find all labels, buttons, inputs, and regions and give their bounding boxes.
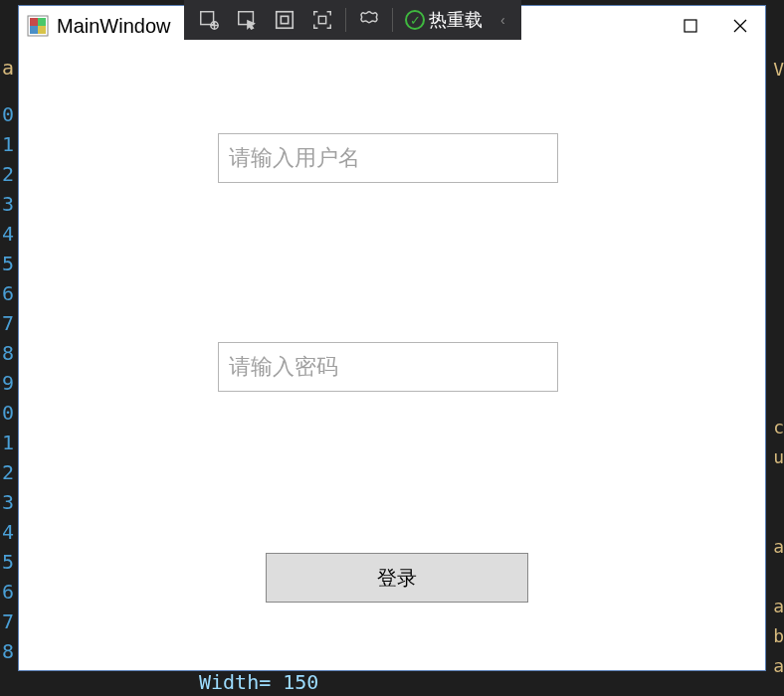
ide-char: [773, 562, 784, 592]
hot-reload-button[interactable]: ✓ 热重载: [397, 8, 490, 32]
window-body: 登录: [19, 46, 765, 670]
debug-toolbar[interactable]: ✓ 热重载 ‹: [184, 0, 521, 40]
ide-char: a: [773, 651, 784, 681]
password-input[interactable]: [218, 342, 558, 392]
ide-char: [773, 383, 784, 413]
line-number: 1: [0, 129, 14, 159]
ide-char: [773, 293, 784, 323]
line-number: 1: [0, 428, 14, 457]
hot-reload-label: 热重载: [429, 8, 483, 32]
chevron-left-icon[interactable]: ‹: [490, 12, 515, 28]
line-number: 5: [0, 249, 14, 278]
svg-rect-4: [38, 26, 46, 34]
line-number: 5: [0, 547, 14, 577]
svg-rect-6: [685, 20, 696, 32]
line-number: 3: [0, 189, 14, 219]
line-number: 8: [0, 338, 14, 368]
ide-char: [773, 204, 784, 234]
select-element-icon[interactable]: [228, 2, 266, 38]
line-number-gutter: 0123456789012345678: [0, 99, 14, 666]
line-number: 0: [0, 99, 14, 129]
line-number: 7: [0, 607, 14, 636]
layout-adorners-icon[interactable]: [266, 2, 303, 38]
ide-char: [773, 502, 784, 532]
ide-char: [773, 114, 784, 144]
settings-icon[interactable]: [350, 2, 388, 38]
svg-rect-2: [38, 18, 46, 26]
main-window: MainWindow 登录: [18, 5, 766, 671]
ide-char: [773, 85, 784, 114]
svg-rect-3: [30, 26, 38, 34]
ide-char: u: [773, 442, 784, 472]
ide-char: [773, 174, 784, 204]
svg-rect-14: [277, 12, 294, 29]
ide-char: [773, 234, 784, 263]
maximize-button[interactable]: [666, 6, 715, 46]
svg-rect-1: [30, 18, 38, 26]
ide-char: [773, 144, 784, 174]
ide-char: [773, 323, 784, 353]
ide-right-chars: V cu a aba: [773, 55, 784, 681]
ide-char: [773, 472, 784, 502]
close-button[interactable]: [715, 6, 765, 46]
svg-rect-15: [281, 16, 288, 23]
line-number: 2: [0, 457, 14, 487]
username-input[interactable]: [218, 133, 558, 183]
track-focus-icon[interactable]: [303, 2, 341, 38]
inspect-target-icon[interactable]: [190, 2, 228, 38]
toolbar-divider: [345, 8, 346, 32]
window-controls: [616, 6, 765, 46]
app-icon: [27, 15, 49, 37]
svg-rect-16: [318, 16, 325, 23]
ide-char: b: [773, 621, 784, 651]
line-number: 7: [0, 308, 14, 338]
line-number: 0: [0, 398, 14, 428]
line-number: 6: [0, 577, 14, 607]
ide-char: [773, 353, 784, 383]
ide-char: c: [773, 413, 784, 442]
ide-char: a: [773, 592, 784, 621]
ide-char: a: [773, 532, 784, 562]
line-number: 3: [0, 487, 14, 517]
line-number: 2: [0, 159, 14, 189]
login-button[interactable]: 登录: [266, 553, 528, 603]
ide-char: a: [2, 56, 14, 80]
toolbar-divider: [392, 8, 393, 32]
line-number: 6: [0, 278, 14, 308]
ide-char: V: [773, 55, 784, 85]
window-title: MainWindow: [57, 15, 170, 38]
ide-char: [773, 263, 784, 293]
line-number: 4: [0, 219, 14, 249]
line-number: 8: [0, 636, 14, 666]
check-icon: ✓: [405, 10, 425, 30]
line-number: 9: [0, 368, 14, 398]
line-number: 4: [0, 517, 14, 547]
ide-bottom-text: Width= 150: [199, 670, 318, 694]
